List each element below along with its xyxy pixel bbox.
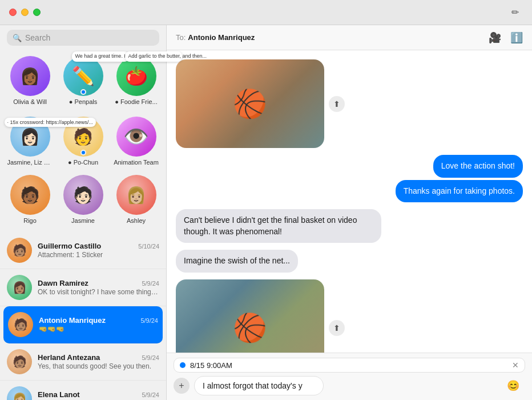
chat-header: To: Antonio Manriquez 🎥 ℹ️ xyxy=(167,25,532,50)
pinned-name-penpals: ● Penpals xyxy=(69,98,97,105)
conv-date: 5/9/24 xyxy=(142,354,159,361)
conv-item-herland[interactable]: 🧑🏽 Herland Antezana 5/9/24 Yes, that sou… xyxy=(0,343,166,381)
pinned-name-rigo: Rigo xyxy=(23,217,37,224)
conv-item-antonio[interactable]: 🧑🏽 Antonio Manriquez 5/9/24 🤜🤜🤜 xyxy=(3,306,163,343)
timing-close-icon[interactable]: ✕ xyxy=(512,361,519,370)
emoji-button[interactable]: 😊 xyxy=(507,379,519,392)
conv-name: Dawn Ramirez xyxy=(38,279,88,287)
conv-name: Herland Antezana xyxy=(38,353,100,362)
tooltip-penpals: We had a great time. Home with th... xyxy=(72,51,129,62)
avatar-jasmine-liz: · 15x crossword: https://apple.news/... … xyxy=(10,117,50,157)
avatar: 🧑🏽 xyxy=(7,238,32,263)
window-controls xyxy=(9,9,41,16)
pinned-name-foodie: ● Foodie Frie... xyxy=(115,98,158,105)
pinned-name-ashley: Ashley xyxy=(127,217,146,224)
avatar-rigo: 🧑🏾 xyxy=(10,175,50,215)
compose-area: 8/15 9:00AM ✕ + 😊 xyxy=(167,353,532,400)
close-button[interactable] xyxy=(9,9,17,16)
pinned-item-jasmine[interactable]: 🧑🏻 Jasmine xyxy=(58,171,108,227)
conv-preview: Yes, that sounds good! See you then. xyxy=(38,362,159,370)
conv-date: 5/10/24 xyxy=(138,243,159,250)
avatar: 🧑🏽 xyxy=(7,349,32,374)
video-icon[interactable]: 🎥 xyxy=(489,31,501,44)
conv-preview: 🤜🤜🤜 xyxy=(39,325,158,333)
chat-recipient: Antonio Manriquez xyxy=(188,33,489,42)
pinned-item-rigo[interactable]: 🧑🏾 Rigo xyxy=(5,171,55,227)
compose-input-row: + 😊 xyxy=(174,376,525,395)
compose-timing-bar[interactable]: 8/15 9:00AM ✕ xyxy=(174,358,525,373)
conv-date: 5/9/24 xyxy=(140,317,158,324)
pinned-row-2: · 15x crossword: https://apple.news/... … xyxy=(0,111,166,171)
search-bar[interactable]: 🔍 Search xyxy=(7,30,159,46)
conv-date: 5/9/24 xyxy=(142,391,159,398)
conv-name: Guillermo Castillo xyxy=(38,242,101,250)
conv-name: Antonio Manriquez xyxy=(39,316,106,325)
pinned-name-po-chun: ● Po-Chun xyxy=(68,159,98,166)
photo-message-1: 🏀 ⬆ xyxy=(176,59,345,148)
crossword-bubble: · 15x crossword: https://apple.news/... xyxy=(5,118,96,127)
pinned-item-animation-team[interactable]: 👁️ Animation Team xyxy=(111,113,162,169)
to-label: To: xyxy=(176,33,186,42)
avatar-ashley: 👩🏼 xyxy=(116,175,156,215)
msg-bubble-final-basket: Can't believe I didn't get the final bas… xyxy=(176,209,381,243)
chat-header-icons: 🎥 ℹ️ xyxy=(489,31,523,44)
titlebar: ✏ xyxy=(0,0,532,25)
compose-add-button[interactable]: + xyxy=(174,378,190,394)
main-container: 🔍 Search 👩🏾 Olivia & Will We had a great… xyxy=(0,25,532,400)
pinned-row-1: 👩🏾 Olivia & Will We had a great time. Ho… xyxy=(0,50,166,111)
timing-dot xyxy=(180,362,186,368)
avatar-jasmine: 🧑🏻 xyxy=(63,175,103,215)
pinned-item-penpals[interactable]: We had a great time. Home with th... ✏️ … xyxy=(58,53,108,109)
sidebar: 🔍 Search 👩🏾 Olivia & Will We had a great… xyxy=(0,25,167,400)
pinned-item-olivia-will[interactable]: 👩🏾 Olivia & Will xyxy=(5,53,55,109)
timing-text: 8/15 9:00AM xyxy=(190,361,507,370)
pinned-item-jasmine-liz[interactable]: · 15x crossword: https://apple.news/... … xyxy=(5,113,55,169)
maximize-button[interactable] xyxy=(33,9,41,16)
share-button-1[interactable]: ⬆ xyxy=(329,96,345,112)
compose-button[interactable]: ✏ xyxy=(507,5,523,21)
avatar-animation-team: 👁️ xyxy=(116,117,156,157)
chat-panel: To: Antonio Manriquez 🎥 ℹ️ 🏀 ⬆ Love the … xyxy=(167,25,532,400)
avatar: 👩🏼 xyxy=(7,386,32,400)
msg-bubble-love-action: Love the action shot! xyxy=(433,155,523,178)
conv-item-dawn[interactable]: 👩🏽 Dawn Ramirez 5/9/24 OK to visit tonig… xyxy=(0,269,166,306)
conv-preview: Attachment: 1 Sticker xyxy=(38,251,159,259)
messages-area: 🏀 ⬆ Love the action shot! Thanks again f… xyxy=(167,50,532,353)
pinned-name-animation-team: Animation Team xyxy=(114,159,159,166)
photo-basketball-1[interactable]: 🏀 xyxy=(176,59,324,148)
msg-bubble-thanks-photos: Thanks again for taking photos. xyxy=(396,180,523,203)
avatar-penpals: We had a great time. Home with th... ✏️ xyxy=(63,56,103,96)
tooltip-foodie: Add garlic to the butter, and then... xyxy=(125,51,182,62)
pinned-row-3: 🧑🏾 Rigo 🧑🏻 Jasmine 👩🏼 Ashley xyxy=(0,171,166,232)
badge-po-chun xyxy=(80,150,86,155)
search-icon: 🔍 xyxy=(13,34,22,42)
conv-preview: OK to visit tonight? I have some things … xyxy=(38,288,159,296)
conv-item-guillermo[interactable]: 🧑🏽 Guillermo Castillo 5/10/24 Attachment… xyxy=(0,232,166,269)
pinned-item-ashley[interactable]: 👩🏼 Ashley xyxy=(111,171,162,227)
conversation-list: 🧑🏽 Guillermo Castillo 5/10/24 Attachment… xyxy=(0,232,166,400)
info-icon[interactable]: ℹ️ xyxy=(510,31,523,44)
minimize-button[interactable] xyxy=(21,9,29,16)
msg-right-group: Love the action shot! Thanks again for t… xyxy=(176,155,523,202)
compose-input[interactable] xyxy=(194,376,324,395)
avatar-olivia-will: 👩🏾 xyxy=(10,56,50,96)
photo-basketball-2[interactable]: 🏀 xyxy=(176,279,324,353)
photo-message-2: 🏀 ⬆ xyxy=(176,279,345,353)
badge-penpals xyxy=(80,89,86,95)
avatar: 🧑🏽 xyxy=(8,312,33,337)
share-button-2[interactable]: ⬆ xyxy=(329,320,345,336)
conv-date: 5/9/24 xyxy=(142,280,159,287)
avatar: 👩🏽 xyxy=(7,275,32,300)
pinned-name-olivia-will: Olivia & Will xyxy=(13,98,47,105)
avatar-foodie-friends: Add garlic to the butter, and then... 🍅 xyxy=(116,56,156,96)
search-label: Search xyxy=(25,33,154,42)
compose-input-wrap: 😊 xyxy=(194,376,525,395)
conv-name: Elena Lanot xyxy=(38,390,80,399)
pinned-name-jasmine: Jasmine xyxy=(71,217,95,224)
conv-item-elena[interactable]: 👩🏼 Elena Lanot 5/9/24 Hi! Just checking … xyxy=(0,381,166,400)
pinned-name-jasmine-liz: Jasmine, Liz &... xyxy=(7,159,53,166)
msg-bubble-swish: Imagine the swish of the net... xyxy=(176,250,298,273)
